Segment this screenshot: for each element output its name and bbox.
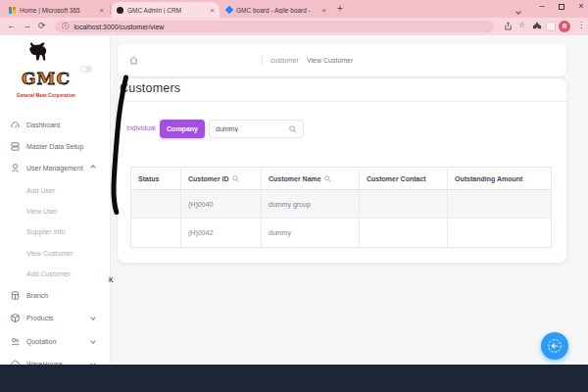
tab-close-icon[interactable]: ×	[99, 6, 104, 15]
sidebar-item-supplier-info[interactable]: Supplier Info	[0, 224, 111, 238]
tab-separator	[110, 5, 111, 14]
url-text: localhost:3000/customer/view	[74, 24, 165, 30]
sidebar-item-add-customer[interactable]: Add Customer	[0, 267, 111, 280]
search-icon[interactable]	[289, 125, 297, 133]
sidebar-subitem-label: Supplier Info	[26, 228, 65, 235]
sidebar-item-label: Dashboard	[26, 122, 60, 128]
gmc-logo-tagline: General Meat Corporation	[4, 93, 88, 98]
bookmark-star-icon[interactable]: ☆	[518, 21, 525, 29]
tab-search-chevron-icon[interactable]	[512, 6, 525, 16]
column-search-icon[interactable]	[324, 175, 331, 182]
sidebar-item-user-management[interactable]: User Management	[0, 161, 111, 174]
breadcrumb-section[interactable]: customer	[270, 57, 299, 64]
window-restore-button[interactable]	[555, 0, 568, 12]
sidebar-item-dashboard[interactable]: Dashboard	[0, 118, 111, 131]
col-header-outstanding-amount[interactable]: Outstanding Amount	[447, 168, 551, 189]
breadcrumb-divider	[262, 55, 263, 66]
browser-menu-kebab-icon[interactable]: ⋮	[577, 21, 585, 29]
cell-outstanding-amount	[447, 190, 551, 218]
page-title: Customers	[120, 81, 180, 95]
sidebar-subitem-label: View Customer	[26, 250, 73, 257]
extensions-puzzle-icon[interactable]	[533, 22, 542, 30]
back-icon[interactable]: ←	[7, 21, 16, 30]
gmc-bull-logo	[24, 40, 51, 67]
sidebar-item-master-data-setup[interactable]: Master Data Setup	[0, 139, 111, 153]
floating-back-button[interactable]	[541, 332, 568, 360]
window-minimize-button[interactable]: –	[535, 1, 549, 11]
sidebar-item-quotation[interactable]: Quotation	[0, 334, 111, 348]
col-header-customer-contact[interactable]: Customer Contact	[359, 168, 447, 189]
sidebar-item-products[interactable]: Products	[0, 311, 111, 324]
cell-customer-contact	[359, 219, 447, 247]
sidebar-subitem-label: Add Customer	[26, 270, 71, 277]
address-bar[interactable]: ⓘ localhost:3000/customer/view	[55, 21, 494, 32]
quotation-icon	[10, 336, 21, 347]
table-row[interactable]: (H)0042 dummy	[131, 219, 551, 247]
tab-individual[interactable]: Individual	[126, 124, 156, 131]
sidebar-item-branch[interactable]: Branch	[0, 288, 111, 302]
search-input[interactable]	[216, 125, 289, 132]
browser-toolbar: ← → ⟳ ⓘ localhost:3000/customer/view ☆ R…	[0, 18, 588, 35]
chevron-down-icon	[90, 315, 96, 320]
col-header-status[interactable]: Status	[131, 168, 180, 189]
branch-icon	[10, 290, 21, 301]
sidebar-item-label: Products	[26, 315, 54, 321]
user-icon	[10, 163, 21, 173]
cell-customer-name: dummy	[261, 219, 359, 247]
cell-status	[131, 190, 180, 218]
cell-status	[131, 219, 180, 247]
sidebar-subitem-label: View User	[26, 208, 58, 215]
sidebar-item-view-customer[interactable]: View Customer	[0, 246, 111, 260]
table-header-row: Status Customer ID Customer Name Custome…	[131, 168, 551, 190]
col-header-customer-name[interactable]: Customer Name	[261, 168, 359, 189]
tab-title: GMC Admin | CRM	[127, 7, 181, 14]
database-icon	[10, 141, 21, 152]
browser-tab-microsoft365[interactable]: Home | Microsoft 365 ×	[4, 2, 109, 18]
forward-icon[interactable]: →	[23, 21, 31, 30]
windows-taskbar: 24°C Haze Search T ENG IN 11:13 21-01-20…	[0, 365, 588, 392]
home-icon[interactable]	[128, 55, 139, 66]
column-search-icon[interactable]	[232, 175, 239, 182]
tab-title: GMC board - Agile board - Jira	[236, 7, 313, 14]
sidebar: GMC General Meat Corporation Dashboard M…	[0, 35, 111, 365]
gmc-favicon	[117, 7, 123, 14]
sidebar-item-label: Quotation	[26, 338, 56, 345]
browser-tab-jira[interactable]: GMC board - Agile board - Jira ×	[221, 2, 331, 18]
table-row[interactable]: (H)0040 dummy group	[131, 190, 551, 219]
sidebar-subitem-label: Add User	[26, 187, 55, 194]
cell-customer-id: (H)0040	[180, 190, 261, 218]
customers-panel: Customers Individual Company Status Cust…	[118, 78, 566, 263]
col-header-label: Customer Name	[269, 175, 321, 182]
sidebar-item-add-user[interactable]: Add User	[0, 183, 111, 197]
browser-tabstrip: Home | Microsoft 365 × GMC Admin | CRM ×…	[0, 0, 588, 18]
microsoft-favicon	[9, 7, 16, 14]
sidebar-item-label: Branch	[26, 292, 48, 299]
browser-tab-gmc-admin[interactable]: GMC Admin | CRM ×	[112, 2, 220, 18]
tab-close-icon[interactable]: ×	[210, 6, 215, 15]
chevron-up-icon	[90, 165, 96, 171]
profile-frame-icon[interactable]	[546, 22, 556, 31]
divider	[118, 101, 566, 102]
tab-close-icon[interactable]: ×	[321, 6, 326, 15]
reload-icon[interactable]: ⟳	[38, 21, 46, 30]
arrow-left-circle-icon	[547, 338, 563, 354]
sidebar-item-label: User Management	[26, 165, 83, 172]
browser-profile-avatar[interactable]: R	[559, 21, 570, 32]
col-header-label: Customer ID	[188, 175, 229, 182]
new-tab-button[interactable]: +	[337, 3, 343, 14]
customers-table: Status Customer ID Customer Name Custome…	[130, 167, 552, 248]
share-icon[interactable]	[504, 22, 513, 30]
dashboard-icon	[10, 120, 21, 130]
cell-outstanding-amount	[447, 219, 551, 247]
site-info-icon[interactable]: ⓘ	[62, 22, 70, 31]
col-header-customer-id[interactable]: Customer ID	[180, 168, 261, 189]
box-icon	[10, 313, 21, 323]
tab-title: Home | Microsoft 365	[20, 7, 80, 14]
window-close-button[interactable]: ×	[574, 1, 588, 11]
app-header-bar: customer View Customer ENG	[118, 44, 566, 76]
sidebar-item-view-user[interactable]: View User	[0, 204, 111, 218]
chevron-down-icon	[90, 338, 96, 344]
jira-favicon	[225, 6, 233, 14]
customer-search-box	[209, 120, 304, 138]
tab-company[interactable]: Company	[160, 120, 205, 138]
